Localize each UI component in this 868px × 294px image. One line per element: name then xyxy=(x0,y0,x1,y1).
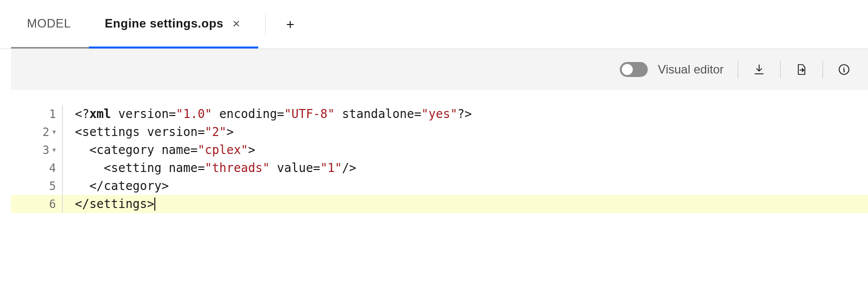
code-content[interactable]: <setting name="threads" value="1"/> xyxy=(63,159,868,177)
tab-model[interactable]: MODEL xyxy=(11,0,89,48)
visual-editor-toggle[interactable]: Visual editor xyxy=(620,62,724,77)
toggle-switch[interactable] xyxy=(620,62,648,77)
tab-bar: MODEL Engine settings.ops × + xyxy=(0,0,868,49)
code-content[interactable]: <?xml version="1.0" encoding="UTF-8" sta… xyxy=(63,105,868,123)
text-cursor xyxy=(154,198,155,210)
fold-icon[interactable]: ▼ xyxy=(52,147,56,153)
editor-toolbar: Visual editor xyxy=(11,49,868,90)
toolbar-separator xyxy=(738,60,738,78)
line-number: 3▼ xyxy=(11,141,63,159)
line-number: 1 xyxy=(11,105,63,123)
code-line[interactable]: 1 <?xml version="1.0" encoding="UTF-8" s… xyxy=(11,105,868,123)
tab-engine-settings[interactable]: Engine settings.ops × xyxy=(89,0,258,48)
toggle-label: Visual editor xyxy=(658,62,724,76)
tab-label: Engine settings.ops xyxy=(105,16,224,30)
code-content[interactable]: </settings> xyxy=(63,195,868,213)
line-number: 2▼ xyxy=(11,123,63,141)
code-line[interactable]: 2▼ <settings version="2"> xyxy=(11,123,868,141)
code-content[interactable]: <category name="cplex"> xyxy=(63,141,868,159)
line-number: 4 xyxy=(11,159,63,177)
code-content[interactable]: </category> xyxy=(63,177,868,195)
line-number: 5 xyxy=(11,177,63,195)
close-icon[interactable]: × xyxy=(232,17,240,30)
tab-label: MODEL xyxy=(27,16,71,30)
line-number: 6 xyxy=(11,195,63,213)
code-line-active[interactable]: 6 </settings> xyxy=(11,195,868,213)
download-icon[interactable] xyxy=(752,62,766,76)
import-icon[interactable] xyxy=(795,62,809,76)
add-tab-button[interactable]: + xyxy=(273,0,308,48)
code-editor[interactable]: 1 <?xml version="1.0" encoding="UTF-8" s… xyxy=(11,90,868,294)
toolbar-separator xyxy=(823,60,823,78)
code-line[interactable]: 4 <setting name="threads" value="1"/> xyxy=(11,159,868,177)
tab-separator xyxy=(265,14,266,36)
code-line[interactable]: 5 </category> xyxy=(11,177,868,195)
fold-icon[interactable]: ▼ xyxy=(52,129,56,135)
code-content[interactable]: <settings version="2"> xyxy=(63,123,868,141)
code-line[interactable]: 3▼ <category name="cplex"> xyxy=(11,141,868,159)
info-icon[interactable] xyxy=(837,62,851,76)
toolbar-separator xyxy=(780,60,781,78)
